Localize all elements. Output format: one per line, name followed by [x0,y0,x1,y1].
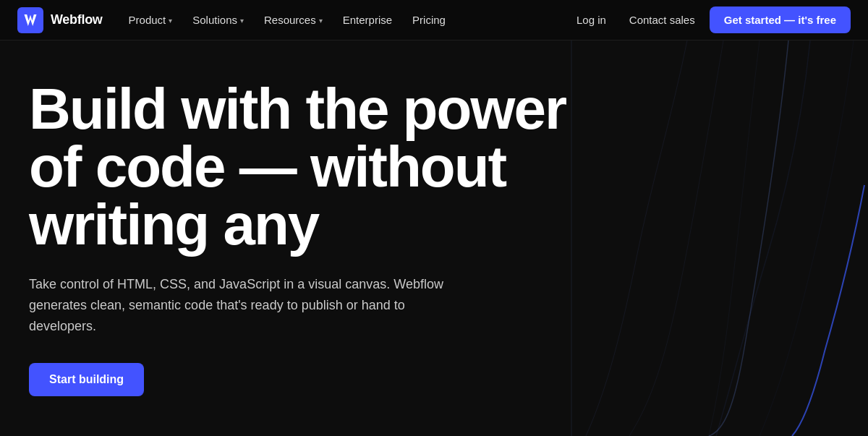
nav-item-resources[interactable]: Resources ▾ [255,8,331,32]
nav-items: Product ▾ Solutions ▾ Resources ▾ Enterp… [120,8,454,32]
svg-rect-0 [17,7,43,33]
nav-item-product[interactable]: Product ▾ [120,8,182,32]
nav-item-resources-label: Resources [264,14,316,26]
login-label: Log in [576,14,606,26]
navbar: Webflow Product ▾ Solutions ▾ Resources … [0,0,868,40]
get-started-button[interactable]: Get started — it's free [710,7,851,33]
start-building-button[interactable]: Start building [29,363,144,396]
chevron-down-icon: ▾ [240,17,244,25]
nav-item-solutions-label: Solutions [192,14,237,26]
nav-item-enterprise-label: Enterprise [343,14,392,26]
nav-item-solutions[interactable]: Solutions ▾ [184,8,252,32]
login-link[interactable]: Log in [568,8,615,32]
nav-item-pricing[interactable]: Pricing [404,8,454,32]
chevron-down-icon: ▾ [169,17,172,25]
chevron-down-icon: ▾ [319,17,323,25]
webflow-logo-icon [17,7,43,33]
hero-title: Build with the power of code — without w… [29,80,571,254]
hero-subtitle: Take control of HTML, CSS, and JavaScrip… [29,274,448,336]
brand-name: Webflow [51,12,103,27]
nav-item-enterprise[interactable]: Enterprise [334,8,401,32]
nav-item-pricing-label: Pricing [412,14,446,26]
hero-section: Build with the power of code — without w… [0,40,868,436]
contact-sales-label: Contact sales [629,14,695,26]
navbar-left: Webflow Product ▾ Solutions ▾ Resources … [17,7,454,33]
hero-content: Build with the power of code — without w… [29,80,571,396]
navbar-right: Log in Contact sales Get started — it's … [568,7,851,33]
logo-link[interactable]: Webflow [17,7,103,33]
nav-item-product-label: Product [129,14,166,26]
contact-sales-link[interactable]: Contact sales [621,8,704,32]
